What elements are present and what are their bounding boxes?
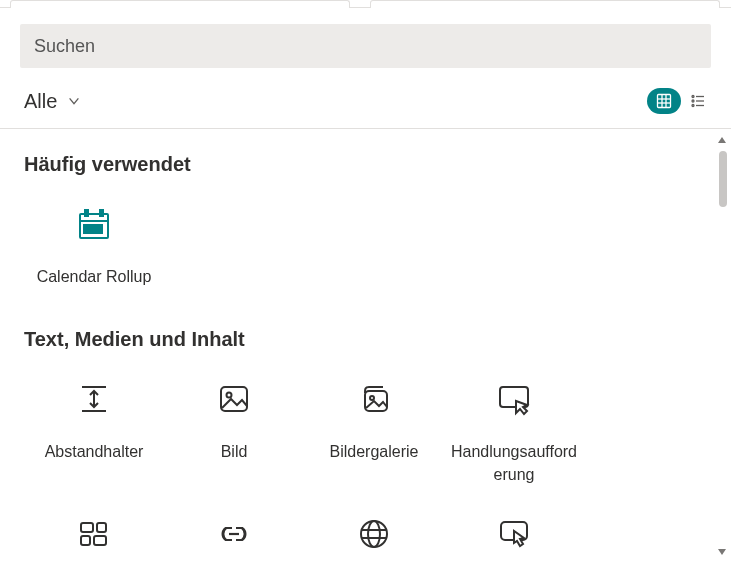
filter-label: Alle	[24, 90, 57, 113]
svg-rect-32	[97, 523, 106, 532]
webpart-image-gallery[interactable]: Bildergalerie	[304, 367, 444, 502]
search-header	[0, 8, 731, 80]
svg-rect-0	[658, 95, 671, 108]
link-icon	[210, 510, 258, 558]
webpart-scroll-area: Häufig verwendet	[0, 129, 731, 563]
svg-rect-26	[221, 387, 247, 411]
section-title-text-media: Text, Medien und Inhalt	[24, 328, 707, 351]
grid-icon	[656, 93, 672, 109]
webpart-spacer[interactable]: Abstandhalter	[24, 367, 164, 502]
scroll-down-arrow-icon[interactable]	[715, 545, 729, 559]
svg-rect-15	[84, 225, 87, 228]
svg-point-27	[227, 393, 232, 398]
webpart-link[interactable]	[164, 502, 304, 563]
webpart-label: Handlungsaufforderung	[450, 441, 578, 486]
webpart-hero[interactable]: Hero	[24, 502, 164, 563]
svg-marker-42	[718, 137, 726, 143]
svg-rect-18	[99, 225, 102, 228]
spacer-icon	[70, 375, 118, 423]
filter-row: Alle	[0, 80, 731, 128]
call-to-action-icon	[490, 375, 538, 423]
image-gallery-icon	[350, 375, 398, 423]
svg-rect-19	[84, 230, 87, 233]
webpart-calendar-rollup[interactable]: Calendar Rollup	[24, 192, 164, 304]
image-icon	[210, 375, 258, 423]
tab-stub[interactable]	[10, 0, 350, 8]
svg-point-36	[361, 521, 387, 547]
category-filter-dropdown[interactable]: Alle	[24, 90, 81, 113]
webpart-label: Abstandhalter	[45, 441, 144, 463]
webpart-label: Bild	[221, 441, 248, 463]
svg-point-29	[370, 396, 374, 400]
list-view-button[interactable]	[685, 88, 711, 114]
text-media-grid: Abstandhalter Bild	[24, 367, 707, 563]
svg-rect-21	[94, 230, 97, 233]
scroll-up-arrow-icon[interactable]	[715, 133, 729, 147]
hero-icon	[70, 510, 118, 558]
frequent-grid: Calendar Rollup	[24, 192, 707, 304]
webpart-button[interactable]	[444, 502, 584, 563]
webpart-label: Bildergalerie	[330, 441, 419, 463]
chevron-down-icon	[67, 94, 81, 108]
webpart-image[interactable]: Bild	[164, 367, 304, 502]
top-tab-bar	[0, 0, 731, 8]
svg-rect-31	[81, 523, 93, 532]
calendar-icon	[70, 200, 118, 248]
webpart-globe[interactable]	[304, 502, 444, 563]
svg-rect-17	[94, 225, 97, 228]
scrollbar-thumb[interactable]	[719, 151, 727, 207]
webpart-label: Calendar Rollup	[37, 266, 152, 288]
button-touch-icon	[490, 510, 538, 558]
svg-rect-34	[94, 536, 106, 545]
svg-rect-16	[89, 225, 92, 228]
search-input[interactable]	[20, 24, 711, 68]
svg-point-7	[692, 100, 694, 102]
svg-rect-28	[365, 391, 387, 411]
svg-point-5	[692, 96, 694, 98]
globe-icon	[350, 510, 398, 558]
svg-rect-22	[99, 230, 102, 233]
svg-marker-43	[718, 549, 726, 555]
view-toggle	[647, 88, 711, 114]
list-icon	[690, 93, 706, 109]
section-title-frequent: Häufig verwendet	[24, 153, 707, 176]
webpart-call-to-action[interactable]: Handlungsaufforderung	[444, 367, 584, 502]
svg-rect-13	[85, 210, 88, 216]
svg-rect-14	[100, 210, 103, 216]
svg-rect-20	[89, 230, 92, 233]
svg-point-9	[692, 105, 694, 107]
svg-point-37	[368, 521, 380, 547]
scrollbar[interactable]	[715, 133, 729, 559]
grid-view-button[interactable]	[647, 88, 681, 114]
svg-rect-33	[81, 536, 90, 545]
tab-stub[interactable]	[370, 0, 720, 8]
